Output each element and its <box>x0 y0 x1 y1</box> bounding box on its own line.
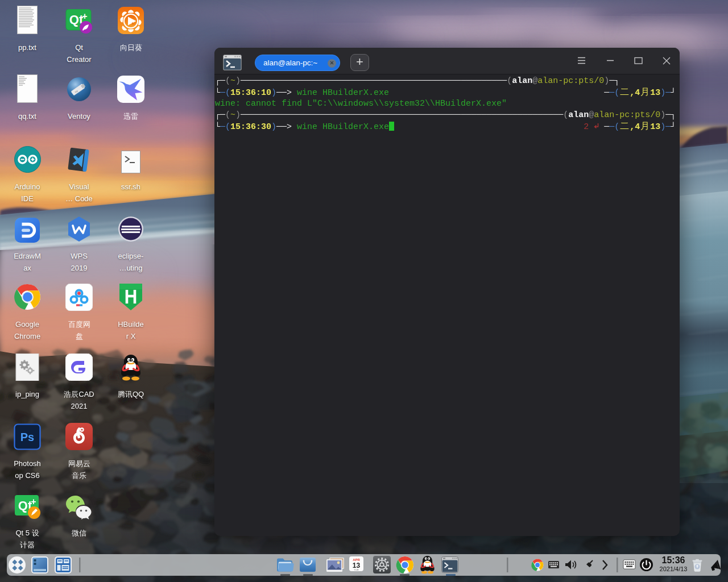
svg-text:+: + <box>82 11 87 21</box>
svg-text:+: + <box>31 497 36 506</box>
svg-text:TUE: TUE <box>354 568 359 571</box>
svg-text:Ps: Ps <box>20 431 34 443</box>
